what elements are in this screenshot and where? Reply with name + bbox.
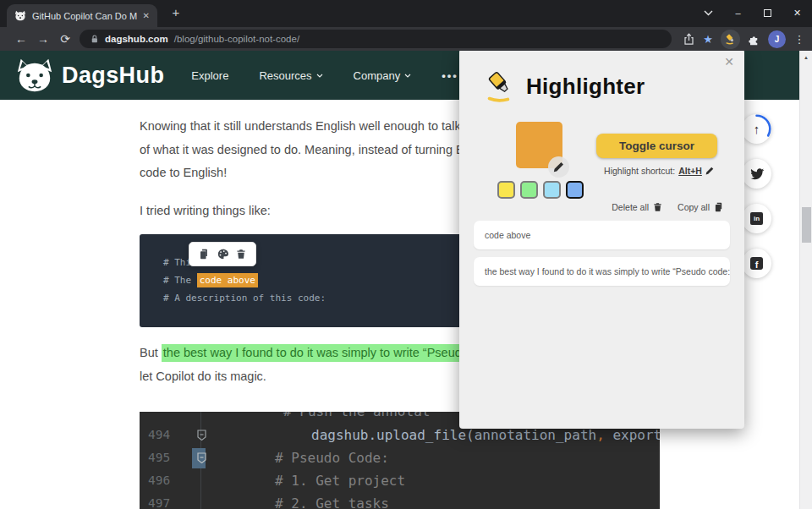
toolbar-right: ★ J ⋮	[683, 30, 805, 49]
fold-marker-icon[interactable]	[195, 424, 208, 446]
scrollbar-thumb[interactable]	[802, 207, 811, 243]
pencil-icon[interactable]	[705, 167, 714, 175]
maximize-icon	[764, 9, 771, 17]
article-paragraph-1: Knowing that it still understands Englis…	[140, 115, 459, 185]
reload-button[interactable]: ⟳	[54, 32, 76, 46]
share-facebook-button[interactable]: f	[742, 249, 771, 278]
paragraph-line: code to English!	[140, 161, 459, 185]
shortcut-label: Highlight shortcut:	[604, 166, 675, 176]
line-number: 496	[140, 469, 173, 492]
highlight-tooltip	[189, 242, 256, 266]
nav-item-company[interactable]: Company	[354, 69, 412, 82]
twitter-icon	[750, 168, 764, 180]
tab-close-icon[interactable]: ✕	[143, 11, 150, 20]
close-window-button[interactable]: ✕	[782, 0, 812, 25]
orange-highlighted-text[interactable]: code above	[197, 273, 258, 287]
paragraph-line: Knowing that it still understands Englis…	[140, 115, 459, 139]
tab-favicon-dagshub-icon	[14, 10, 26, 21]
line-number: 497	[140, 492, 173, 509]
page-scrollbar[interactable]: ▲	[799, 51, 812, 509]
url-host: dagshub.com	[105, 34, 168, 44]
site-nav-links: Explore Resources Company •••	[191, 69, 458, 82]
dagshub-dog-icon	[15, 57, 54, 93]
line-number: 494	[140, 424, 173, 446]
popup-title: Highlighter	[526, 74, 645, 100]
highlight-shortcut-row: Highlight shortcut: Alt+H	[591, 166, 727, 176]
swatch-green[interactable]	[520, 181, 538, 199]
tab-search-chevron-icon[interactable]	[694, 0, 723, 25]
share-icon[interactable]	[683, 33, 695, 46]
nav-item-explore[interactable]: Explore	[191, 69, 228, 82]
highlight-list-item[interactable]: the best way I found to do it was simply…	[474, 257, 730, 286]
swatch-blue[interactable]	[566, 181, 584, 199]
code-line-495: 495 # Pseudo Code:	[140, 446, 660, 469]
nav-more-menu[interactable]: •••	[442, 69, 458, 82]
tab-title: GitHub Copilot Can Do More Tha	[32, 11, 137, 21]
forward-button[interactable]: →	[32, 32, 54, 46]
popup-close-icon[interactable]: ✕	[724, 55, 734, 68]
scroll-to-top-button[interactable]: ↑	[742, 114, 771, 144]
reading-progress-ring	[742, 114, 771, 144]
color-swatch-row	[497, 181, 584, 199]
facebook-icon: f	[750, 257, 763, 270]
article-paragraph-3: But the best way I found to do it was si…	[140, 342, 459, 388]
nav-item-resources[interactable]: Resources	[259, 69, 322, 82]
copy-all-button[interactable]: Copy all	[678, 202, 724, 212]
trash-icon[interactable]	[236, 249, 246, 260]
code-line-497: 497 # 2. Get tasks	[140, 492, 660, 509]
share-linkedin-button[interactable]: in	[742, 204, 771, 233]
dagshub-logo[interactable]: DagsHub	[15, 57, 164, 93]
lock-icon	[90, 34, 99, 44]
profile-avatar[interactable]: J	[768, 30, 786, 48]
swatch-yellow[interactable]	[497, 181, 515, 199]
browser-tab[interactable]: GitHub Copilot Can Do More Tha ✕	[7, 4, 157, 27]
tab-strip: GitHub Copilot Can Do More Tha ✕ + – ✕	[0, 0, 812, 27]
copy-icon[interactable]	[199, 249, 210, 260]
back-button[interactable]: ←	[10, 32, 32, 46]
highlight-list-item[interactable]: code above	[474, 221, 730, 249]
pencil-icon	[553, 161, 564, 172]
trash-icon	[653, 202, 662, 212]
url-path: /blog/github-copilot-not-code/	[174, 34, 299, 44]
paragraph-line: But the best way I found to do it was si…	[140, 342, 459, 365]
swatch-cyan[interactable]	[543, 181, 561, 199]
paragraph-line: of what it was designed to do. Meaning, …	[140, 139, 459, 162]
linkedin-icon: in	[750, 212, 763, 225]
chevron-down-icon	[404, 74, 411, 78]
edit-color-button[interactable]	[548, 156, 569, 178]
bookmark-star-icon[interactable]: ★	[703, 33, 713, 46]
green-highlighted-text[interactable]: the best way I found to do it was simply…	[162, 344, 459, 362]
paragraph-line: let Copilot do its magic.	[140, 365, 459, 389]
popup-actions: Delete all Copy all	[612, 202, 724, 212]
browser-window: GitHub Copilot Can Do More Tha ✕ + – ✕ ←…	[0, 0, 812, 509]
palette-icon[interactable]	[217, 249, 228, 260]
line-number: 495	[140, 446, 173, 469]
browser-toolbar: ← → ⟳ dagshub.com/blog/github-copilot-no…	[0, 27, 812, 51]
maximize-button[interactable]	[753, 0, 782, 25]
extensions-puzzle-icon[interactable]	[748, 33, 760, 46]
share-twitter-button[interactable]	[742, 159, 771, 189]
code-line-496: 496 # 1. Get project	[140, 469, 660, 492]
code-line-partial: # Push the annotat	[283, 412, 430, 423]
highlighter-extension-button[interactable]	[721, 30, 740, 49]
highlighter-extension-icon	[725, 33, 737, 45]
browser-menu-icon[interactable]: ⋮	[793, 33, 805, 46]
address-bar[interactable]: dagshub.com/blog/github-copilot-not-code…	[80, 30, 672, 48]
toggle-cursor-button[interactable]: Toggle cursor	[596, 134, 717, 158]
brand-name: DagsHub	[62, 63, 164, 89]
new-tab-button[interactable]: +	[167, 5, 184, 19]
copy-icon	[714, 202, 724, 212]
highlighter-marker-icon	[486, 69, 519, 103]
scrollbar-up-icon[interactable]: ▲	[800, 55, 812, 60]
shortcut-key-link[interactable]: Alt+H	[678, 166, 702, 176]
page-viewport: DagsHub Explore Resources Company ••• Kn…	[0, 51, 812, 509]
highlighter-popup: ✕ Highlighter Toggle cursor	[459, 51, 744, 429]
window-controls: – ✕	[694, 0, 812, 25]
minimize-button[interactable]: –	[723, 0, 753, 25]
fold-marker-selected-icon[interactable]	[195, 446, 208, 469]
chevron-down-icon	[316, 74, 323, 78]
paragraph-line: I tried writing things like:	[140, 200, 459, 223]
article-paragraph-2: I tried writing things like:	[140, 200, 459, 223]
popup-header: Highlighter	[486, 69, 645, 103]
delete-all-button[interactable]: Delete all	[612, 202, 662, 212]
